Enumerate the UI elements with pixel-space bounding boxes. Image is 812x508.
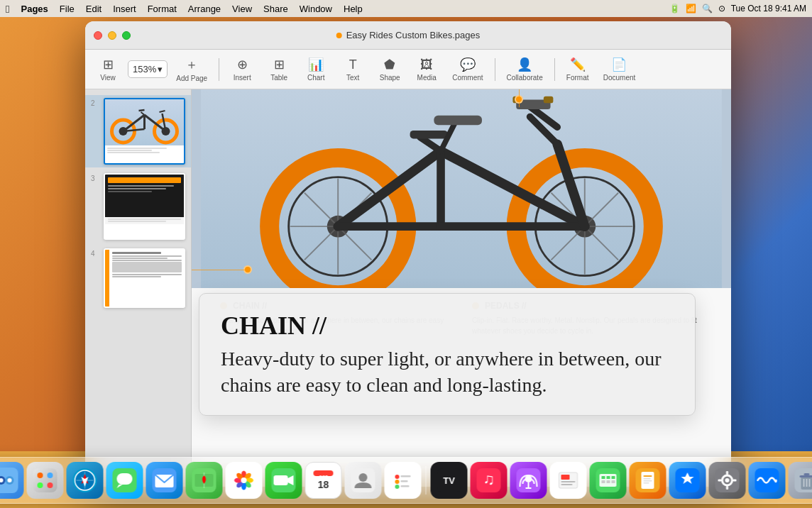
shape-button[interactable]: ⬟ Shape [373, 54, 407, 84]
dock-podcasts[interactable] [510, 462, 547, 499]
zoom-chevron-icon: ▾ [158, 64, 163, 74]
dock-tv[interactable]: TV [431, 462, 468, 499]
svg-rect-127 [718, 480, 722, 482]
unsaved-indicator [336, 33, 342, 38]
svg-rect-93 [401, 485, 410, 487]
dock-mail[interactable] [146, 462, 183, 499]
dock-calendar[interactable]: OCT 18 [305, 462, 342, 499]
menubar-share[interactable]: Share [258, 0, 294, 17]
view-button[interactable]: ⊞ View [91, 54, 125, 84]
format-icon: ✏️ [570, 57, 586, 72]
comment-button[interactable]: 💬 Comment [446, 54, 488, 84]
add-page-label: Add Page [176, 74, 207, 82]
svg-point-46 [8, 478, 12, 482]
tooltip-body: Heavy-duty to super light, or anywhere i… [221, 346, 674, 398]
window-body: 2 [85, 89, 731, 487]
tooltip-heading: CHAIN // [221, 311, 674, 341]
thumbnail-page-3[interactable]: 3 [85, 170, 191, 243]
chart-label: Chart [307, 74, 324, 82]
format-button[interactable]: ✏️ Format [561, 54, 595, 84]
menubar-search[interactable]: 🔍 [702, 4, 713, 13]
format-label: Format [566, 74, 589, 82]
svg-rect-117 [644, 475, 652, 477]
dock-numbers[interactable] [590, 462, 627, 499]
svg-rect-114 [612, 480, 615, 483]
media-icon: 🖼 [420, 57, 433, 72]
menubar-controlcenter[interactable]: ⊙ [718, 4, 725, 13]
chart-icon: 📊 [308, 57, 324, 72]
document-icon: 📄 [611, 57, 627, 72]
menubar-window[interactable]: Window [294, 0, 338, 17]
thumb-img-4 [104, 248, 185, 308]
svg-rect-91 [401, 480, 408, 482]
svg-rect-39 [544, 96, 554, 104]
svg-point-90 [395, 480, 400, 484]
view-icon: ⊞ [103, 57, 114, 72]
menubar-view[interactable]: View [226, 0, 258, 17]
table-label: Table [270, 74, 287, 82]
insert-label: Insert [234, 74, 251, 82]
svg-rect-59 [117, 473, 133, 485]
dock-music[interactable]: ♫ [471, 462, 508, 499]
dock-appstore[interactable] [669, 462, 706, 499]
pages-window: Easy Rides Custom Bikes.pages ⊞ View 153… [85, 21, 731, 487]
menubar-pages[interactable]: Pages [15, 0, 53, 17]
document-page[interactable]: CHAIN // Heavy-duty to super light, or a… [192, 89, 731, 487]
thumbnail-page-2[interactable]: 2 [85, 95, 191, 167]
menubar-arrange[interactable]: Arrange [182, 0, 226, 17]
svg-rect-113 [607, 480, 610, 483]
toolbar-separator-2 [495, 58, 495, 81]
svg-rect-119 [644, 480, 652, 482]
dock-sysprefs[interactable] [709, 462, 746, 499]
svg-point-77 [241, 477, 247, 483]
apple-menu[interactable]:  [6, 3, 9, 15]
table-button[interactable]: ⊞ Table [262, 54, 296, 84]
dock-safari[interactable] [67, 462, 104, 499]
dock-contacts[interactable] [345, 462, 382, 499]
collaborate-label: Collaborate [507, 74, 543, 82]
chart-button[interactable]: 📊 Chart [299, 54, 333, 84]
maximize-button[interactable] [122, 31, 131, 40]
document-filename: Easy Rides Custom Bikes.pages [346, 30, 481, 40]
traffic-lights [94, 31, 131, 40]
svg-point-48 [38, 473, 43, 478]
table-icon: ⊞ [274, 57, 285, 72]
text-button[interactable]: T Text [336, 55, 370, 84]
thumb-img-3 [104, 173, 185, 240]
window-title: Easy Rides Custom Bikes.pages [336, 30, 481, 40]
menubar-insert[interactable]: Insert [107, 0, 142, 17]
svg-rect-110 [607, 476, 610, 479]
minimize-button[interactable] [108, 31, 116, 40]
dock-siriwave[interactable] [749, 462, 786, 499]
dock-messages[interactable] [106, 462, 143, 499]
thumbnail-page-4[interactable]: 4 [85, 245, 191, 311]
window-titlebar: Easy Rides Custom Bikes.pages [85, 21, 731, 50]
thumb-page-num-2: 2 [91, 99, 99, 107]
document-button[interactable]: 📄 Document [598, 54, 642, 84]
dock-finder[interactable] [0, 462, 24, 499]
dock-maps[interactable] [186, 462, 223, 499]
insert-button[interactable]: ⊕ Insert [225, 54, 259, 84]
dock-launchpad[interactable] [27, 462, 64, 499]
dock-reminders[interactable] [385, 462, 422, 499]
collaborate-icon: 👤 [517, 57, 532, 72]
zoom-control[interactable]: 153% ▾ [128, 60, 168, 78]
menubar-format[interactable]: Format [142, 0, 182, 17]
media-button[interactable]: 🖼 Media [410, 55, 444, 84]
dock-facetime[interactable] [265, 462, 302, 499]
dock-photos[interactable] [226, 462, 263, 499]
main-canvas[interactable]: CHAIN // Heavy-duty to super light, or a… [192, 89, 731, 487]
dock-pages[interactable] [630, 462, 666, 499]
menubar-wifi: 📶 [686, 4, 696, 13]
menubar-help[interactable]: Help [338, 0, 368, 17]
collaborate-button[interactable]: 👤 Collaborate [501, 54, 549, 84]
dock-trash[interactable] [789, 462, 813, 499]
menubar-file[interactable]: File [54, 0, 80, 17]
dock-news[interactable] [550, 462, 587, 499]
svg-rect-106 [561, 484, 573, 485]
close-button[interactable] [94, 31, 102, 40]
menubar-edit[interactable]: Edit [80, 0, 107, 17]
add-page-button[interactable]: ＋ Add Page [170, 53, 213, 85]
svg-point-50 [38, 482, 43, 488]
menubar:  Pages File Edit Insert Format Arrange … [0, 0, 812, 17]
